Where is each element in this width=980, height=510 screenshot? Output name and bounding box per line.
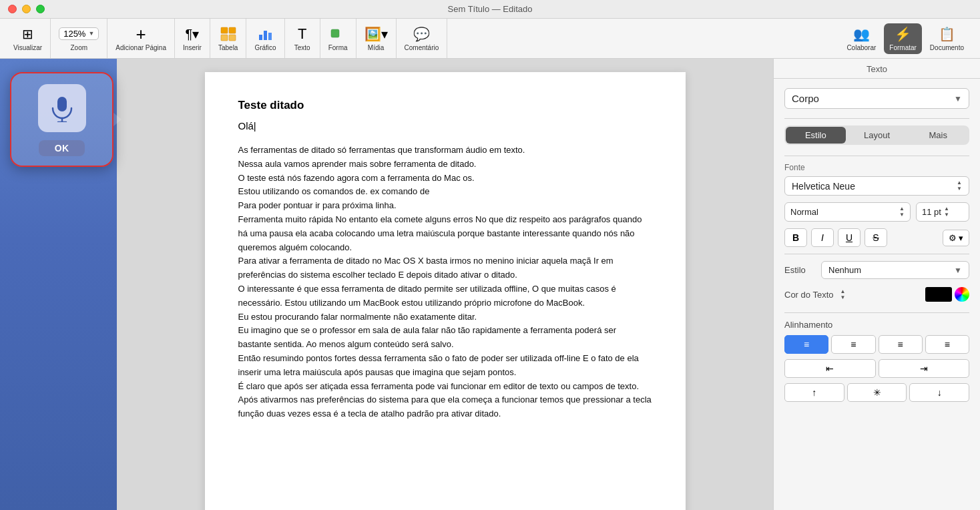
indent-decrease-button[interactable]: ⇤ bbox=[784, 359, 876, 378]
color-swatch-group bbox=[925, 287, 969, 302]
texto-button[interactable]: T Texto bbox=[289, 23, 316, 54]
align-right-button[interactable]: ≡ bbox=[879, 335, 923, 354]
minimize-button[interactable] bbox=[22, 5, 31, 13]
add-page-button[interactable]: + Adicionar Página bbox=[111, 23, 170, 54]
midia-label: Mídia bbox=[368, 44, 384, 51]
comentario-label: Comentário bbox=[405, 44, 439, 51]
underline-button[interactable]: U bbox=[838, 228, 861, 247]
indent-decrease-icon: ⇤ bbox=[826, 363, 834, 374]
align-center-button[interactable]: ≡ bbox=[831, 335, 875, 354]
font-name-stepper[interactable]: ▲ ▼ bbox=[957, 180, 962, 192]
zoom-label: Zoom bbox=[70, 44, 87, 51]
estilo-row: Estilo Nenhum ▼ bbox=[784, 261, 969, 279]
cor-do-texto-label: Cor do Texto bbox=[784, 290, 833, 300]
cor-stepper[interactable]: ▲ ▼ bbox=[840, 289, 845, 300]
fonte-section-label: Fonte bbox=[784, 163, 969, 172]
comentario-button[interactable]: 💬 Comentário bbox=[401, 23, 443, 54]
font-name-selector[interactable]: Helvetica Neue ▲ ▼ bbox=[784, 176, 969, 196]
estilo-dropdown[interactable]: Nenhum ▼ bbox=[821, 261, 969, 279]
main-area: OK Teste ditado Olá| As ferramentas de d… bbox=[0, 59, 980, 510]
font-size-stepper[interactable]: ▲ ▼ bbox=[944, 206, 949, 218]
font-style-up-icon[interactable]: ▲ bbox=[899, 206, 905, 212]
spacing-down-icon: ↓ bbox=[937, 387, 942, 398]
indent-increase-icon: ⇥ bbox=[920, 363, 928, 374]
align-justify-icon: ≡ bbox=[945, 339, 950, 350]
forma-label: Forma bbox=[328, 44, 348, 51]
font-style-down-icon[interactable]: ▼ bbox=[899, 212, 905, 218]
texto-icon: T bbox=[298, 26, 306, 42]
dictation-bubble: OK bbox=[10, 72, 113, 167]
window-controls[interactable] bbox=[8, 5, 45, 13]
forma-button[interactable]: Forma bbox=[324, 23, 352, 54]
spacing-down-button[interactable]: ↓ bbox=[909, 383, 969, 402]
italic-button[interactable]: I bbox=[811, 228, 834, 247]
stepper-down-icon[interactable]: ▼ bbox=[957, 186, 962, 192]
ok-button[interactable]: OK bbox=[39, 140, 85, 156]
cor-up-icon[interactable]: ▲ bbox=[840, 289, 845, 294]
font-size-up-icon[interactable]: ▲ bbox=[944, 206, 949, 212]
svg-rect-8 bbox=[57, 97, 67, 111]
font-size-selector[interactable]: 11 pt ▲ ▼ bbox=[916, 202, 969, 222]
align-left-button[interactable]: ≡ bbox=[784, 335, 828, 354]
strikethrough-button[interactable]: S bbox=[865, 228, 887, 247]
inserir-label: Inserir bbox=[183, 44, 202, 51]
cor-do-texto-row: Cor do Texto ▲ ▼ bbox=[784, 287, 969, 302]
stepper-up-icon[interactable]: ▲ bbox=[957, 180, 962, 186]
toolbar-group-add-page: + Adicionar Página bbox=[107, 19, 175, 58]
spacing-up-icon: ↑ bbox=[812, 387, 816, 398]
document-body[interactable]: As ferramentas de ditado só ferramentas … bbox=[238, 144, 652, 421]
formatar-button[interactable]: ⚡ Formatar bbox=[884, 23, 922, 54]
tabela-button[interactable]: Tabela bbox=[214, 23, 242, 54]
bubble-arrow bbox=[113, 113, 121, 126]
toolbar-group-texto: T Texto bbox=[285, 19, 320, 58]
bold-button[interactable]: B bbox=[784, 228, 807, 247]
zoom-value: 125% bbox=[63, 29, 85, 38]
svg-rect-1 bbox=[229, 27, 236, 33]
tab-layout[interactable]: Layout bbox=[847, 127, 907, 144]
gear-icon: ⚙ bbox=[949, 233, 957, 243]
spacing-row: ↑ ✳ ↓ bbox=[784, 383, 969, 402]
font-style-selector[interactable]: Normal ▲ ▼ bbox=[784, 202, 911, 222]
tab-estilo[interactable]: Estilo bbox=[786, 127, 846, 144]
indent-increase-button[interactable]: ⇥ bbox=[879, 359, 970, 378]
close-button[interactable] bbox=[8, 5, 17, 13]
panel-tabs: Estilo Layout Mais bbox=[784, 125, 969, 145]
estilo-label: Estilo bbox=[784, 265, 814, 275]
maximize-button[interactable] bbox=[36, 5, 45, 13]
midia-button[interactable]: 🖼️▾ Mídia bbox=[360, 23, 392, 54]
font-style-stepper[interactable]: ▲ ▼ bbox=[899, 206, 905, 218]
zoom-button[interactable]: 125% ▼ Zoom bbox=[55, 23, 103, 54]
inserir-button[interactable]: ¶▾ Inserir bbox=[179, 23, 206, 54]
svg-rect-2 bbox=[221, 35, 228, 41]
visualizar-button[interactable]: ⊞ Visualizar bbox=[9, 23, 46, 54]
title-bar: Sem Título — Editado bbox=[0, 0, 980, 19]
color-wheel-button[interactable] bbox=[955, 287, 969, 302]
toolbar-group-zoom: 125% ▼ Zoom bbox=[51, 19, 107, 58]
zoom-value-box[interactable]: 125% ▼ bbox=[59, 27, 99, 40]
panel-title: Texto bbox=[774, 59, 980, 79]
gear-chevron-icon: ▾ bbox=[959, 233, 963, 243]
documento-button[interactable]: 📋 Documento bbox=[925, 23, 969, 54]
text-options-button[interactable]: ⚙ ▾ bbox=[943, 230, 969, 246]
colaborar-icon: 👥 bbox=[853, 26, 870, 42]
left-sidebar: OK bbox=[0, 59, 117, 510]
text-color-swatch[interactable] bbox=[925, 287, 952, 302]
svg-rect-4 bbox=[259, 35, 262, 40]
midia-icon: 🖼️▾ bbox=[364, 26, 388, 42]
documento-icon: 📋 bbox=[939, 26, 955, 42]
toolbar-right: 👥 Colaborar ⚡ Formatar 📋 Documento bbox=[836, 23, 975, 54]
style-dropdown[interactable]: Corpo ▼ bbox=[784, 88, 969, 109]
cor-down-icon[interactable]: ▼ bbox=[840, 295, 845, 300]
spacing-up-button[interactable]: ↑ bbox=[784, 383, 844, 402]
tab-mais[interactable]: Mais bbox=[908, 127, 968, 144]
grafico-button[interactable]: Gráfico bbox=[250, 23, 280, 54]
document-area: Teste ditado Olá| As ferramentas de dita… bbox=[117, 59, 773, 510]
colaborar-button[interactable]: 👥 Colaborar bbox=[841, 23, 881, 54]
divider-2 bbox=[784, 156, 969, 156]
spacing-asterisk-button[interactable]: ✳ bbox=[847, 383, 907, 402]
align-justify-button[interactable]: ≡ bbox=[925, 335, 969, 354]
font-size-down-icon[interactable]: ▼ bbox=[944, 212, 949, 218]
svg-rect-3 bbox=[229, 35, 236, 41]
colaborar-label: Colaborar bbox=[846, 44, 876, 51]
align-center-icon: ≡ bbox=[850, 339, 856, 350]
